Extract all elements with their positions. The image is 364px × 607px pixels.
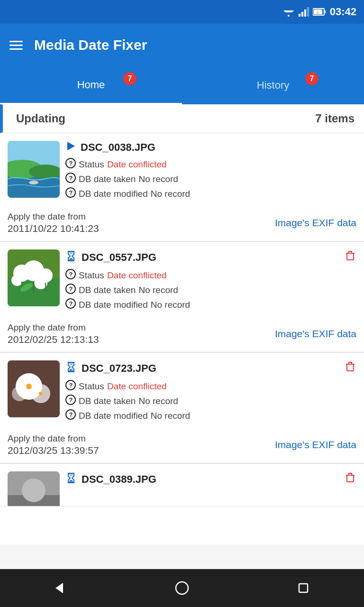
db-modified-value: No record — [151, 300, 190, 310]
file-details: DSC_0557.JPG ? Status Date conflicted ? — [65, 249, 356, 313]
svg-marker-76 — [55, 583, 63, 593]
svg-rect-6 — [304, 9, 306, 17]
apply-date: 2011/10/22 10:41:23 — [8, 223, 99, 234]
back-button[interactable] — [46, 574, 75, 602]
tab-history-label: History — [257, 79, 289, 92]
signal-icon — [299, 7, 309, 17]
file-details: DSC_0723.JPG ? Status Date conflicted ? — [65, 360, 356, 424]
exif-link[interactable]: Image's EXIF data — [275, 439, 356, 451]
tab-home-badge: 7 — [123, 72, 136, 85]
svg-marker-17 — [67, 142, 75, 150]
svg-rect-5 — [301, 12, 303, 17]
svg-point-70 — [22, 478, 46, 502]
bottom-nav — [0, 569, 364, 607]
svg-point-16 — [29, 181, 38, 184]
svg-text:?: ? — [69, 285, 73, 293]
svg-text:?: ? — [69, 396, 73, 404]
status-value: Date conflicted — [107, 381, 167, 392]
hamburger-menu[interactable] — [9, 41, 23, 50]
file-name: DSC_0557.JPG — [82, 251, 156, 264]
status-bar: ⚡ 03:42 — [0, 0, 364, 24]
svg-text:?: ? — [69, 271, 73, 278]
db-taken-label: DB date taken — [79, 396, 136, 406]
svg-rect-57 — [347, 364, 354, 371]
svg-rect-35 — [347, 253, 354, 260]
file-thumbnail — [8, 249, 60, 306]
svg-rect-9 — [324, 10, 326, 13]
file-name: DSC_0723.JPG — [82, 362, 156, 375]
file-details: DSC_0038.JPG ? Status Date conflicted ? … — [65, 141, 356, 202]
hourglass-icon — [65, 472, 77, 487]
exif-link[interactable]: Image's EXIF data — [275, 328, 356, 340]
delete-button[interactable] — [344, 471, 356, 487]
hourglass-icon — [65, 361, 77, 376]
recent-button[interactable] — [289, 574, 318, 602]
svg-point-53 — [25, 376, 33, 383]
tab-home[interactable]: Home 7 — [0, 66, 182, 104]
hourglass-icon — [65, 250, 77, 265]
battery-icon: ⚡ — [313, 8, 326, 16]
db-taken-value: No record — [138, 396, 178, 406]
svg-rect-4 — [299, 14, 300, 17]
db-taken-label: DB date taken — [79, 174, 136, 184]
svg-point-56 — [32, 383, 40, 390]
apply-date: 2012/02/25 12:13:13 — [8, 334, 99, 345]
tab-history[interactable]: History 7 — [182, 66, 364, 104]
file-name: DSC_0389.JPG — [82, 473, 156, 486]
status-label: Status — [79, 159, 104, 170]
db-modified-label: DB date modified — [79, 189, 148, 199]
help-icon: ? — [65, 380, 76, 393]
svg-text:?: ? — [69, 160, 73, 167]
apply-date-section: Apply the date from 2012/02/25 12:13:13 … — [0, 317, 364, 352]
delete-button[interactable] — [344, 360, 356, 376]
delete-button[interactable] — [344, 249, 356, 265]
apply-label: Apply the date from — [8, 322, 99, 333]
home-button[interactable] — [168, 574, 196, 602]
section-count: 7 items — [315, 112, 355, 125]
svg-point-51 — [26, 384, 32, 389]
help-icon: ? — [65, 409, 76, 422]
db-modified-label: DB date modified — [79, 300, 148, 310]
db-taken-value: No record — [138, 285, 178, 295]
svg-text:?: ? — [69, 189, 73, 196]
help-icon: ? — [65, 298, 76, 311]
section-header: Updating 7 items — [0, 104, 364, 133]
tab-bar: Home 7 History 7 — [0, 66, 364, 104]
db-modified-value: No record — [151, 189, 190, 199]
svg-rect-7 — [307, 7, 309, 17]
content-area: Updating 7 items — [0, 104, 364, 544]
status-icons: ⚡ 03:42 — [282, 6, 356, 18]
svg-rect-71 — [347, 475, 354, 482]
apply-date-section: Apply the date from 2012/03/25 13:39:57 … — [0, 428, 364, 463]
svg-point-3 — [288, 15, 290, 17]
file-thumbnail — [8, 471, 60, 506]
file-details: DSC_0389.JPG — [65, 471, 356, 491]
db-taken-value: No record — [138, 174, 178, 184]
svg-text:?: ? — [69, 300, 73, 307]
apply-date-section: Apply the date from 2011/10/22 10:41:23 … — [0, 206, 364, 241]
status-label: Status — [79, 381, 104, 392]
help-icon: ? — [65, 395, 76, 407]
file-thumbnail — [8, 360, 60, 417]
help-icon: ? — [65, 173, 76, 185]
apply-label: Apply the date from — [8, 212, 99, 222]
apply-label: Apply the date from — [8, 433, 99, 444]
file-item: DSC_0038.JPG ? Status Date conflicted ? … — [0, 133, 364, 242]
apply-date: 2012/03/25 13:39:57 — [8, 445, 99, 456]
db-modified-value: No record — [151, 411, 190, 421]
help-icon: ? — [65, 158, 76, 171]
exif-link[interactable]: Image's EXIF data — [275, 217, 356, 229]
app-bar: Media Date Fixer — [0, 24, 364, 66]
svg-point-77 — [176, 582, 188, 594]
status-value: Date conflicted — [107, 159, 167, 170]
file-name: DSC_0038.JPG — [81, 141, 155, 154]
svg-point-54 — [25, 390, 33, 397]
status-value: Date conflicted — [107, 270, 167, 281]
status-time: 03:42 — [330, 6, 356, 18]
help-icon: ? — [65, 269, 76, 282]
file-item: DSC_0557.JPG ? Status Date conflicted ? — [0, 242, 364, 353]
db-modified-label: DB date modified — [79, 411, 148, 421]
file-item: DSC_0389.JPG — [0, 464, 364, 506]
svg-text:?: ? — [69, 175, 73, 182]
file-item: DSC_0723.JPG ? Status Date conflicted ? — [0, 353, 364, 464]
